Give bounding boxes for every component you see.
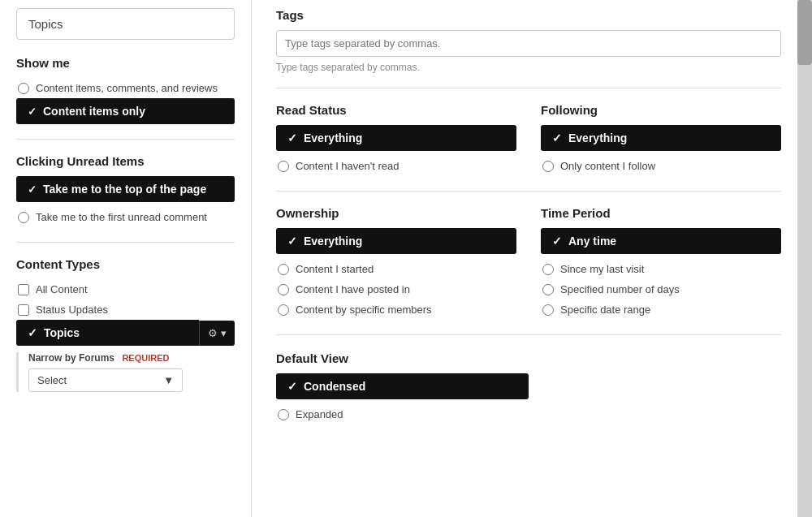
- topics-button[interactable]: ✓ Topics: [16, 320, 199, 346]
- following-only-radio[interactable]: Only content I follow: [541, 156, 781, 176]
- show-me-radio-all[interactable]: Content items, comments, and reviews: [16, 78, 235, 98]
- days-label: Specified number of days: [560, 283, 680, 295]
- time-period-date-range-radio[interactable]: Specific date range: [541, 299, 781, 320]
- show-me-content-only-label: Content items only: [43, 105, 145, 118]
- checkmark-icon: ✓: [287, 380, 297, 393]
- required-badge: REQUIRED: [122, 353, 169, 363]
- following-everything-button[interactable]: ✓ Everything: [541, 125, 781, 151]
- only-follow-label: Only content I follow: [560, 160, 655, 172]
- time-period-days-radio[interactable]: Specified number of days: [541, 279, 781, 299]
- read-status-col: Read Status ✓ Everything Content I haven…: [276, 103, 516, 176]
- time-period-any-time-button[interactable]: ✓ Any time: [541, 228, 781, 254]
- show-me-label-all: Content items, comments, and reviews: [36, 82, 218, 94]
- select-placeholder: Select: [37, 374, 67, 386]
- checkmark-icon: ✓: [28, 106, 37, 118]
- main-content: Tags Type tags separated by commas. Read…: [252, 0, 797, 517]
- expanded-label: Expanded: [296, 408, 343, 420]
- following-heading: Following: [541, 103, 781, 117]
- take-me-first-unread-radio[interactable]: Take me to the first unread comment: [16, 207, 235, 227]
- tags-hint: Type tags separated by commas.: [276, 62, 781, 73]
- take-me-top-label: Take me to the top of the page: [43, 183, 206, 196]
- take-me-top-button[interactable]: ✓ Take me to the top of the page: [16, 176, 235, 202]
- ownership-time-grid: Ownership ✓ Everything Content I started…: [276, 206, 781, 320]
- ownership-started-label: Content I started: [296, 263, 374, 275]
- status-updates-label: Status Updates: [36, 304, 108, 316]
- topics-header: Topics: [16, 8, 235, 40]
- checkmark-icon: ✓: [28, 326, 37, 339]
- read-status-everything-button[interactable]: ✓ Everything: [276, 125, 516, 151]
- checkmark-icon: ✓: [287, 131, 297, 144]
- select-chevron-icon: ▼: [163, 374, 174, 386]
- time-period-last-visit-radio[interactable]: Since my last visit: [541, 259, 781, 279]
- take-me-first-unread-label: Take me to the first unread comment: [36, 211, 207, 223]
- checkmark-icon: ✓: [287, 235, 297, 248]
- ownership-started-radio[interactable]: Content I started: [276, 259, 516, 279]
- checkmark-icon: ✓: [28, 183, 37, 196]
- narrow-forums-label: Narrow by Forums REQUIRED: [28, 352, 235, 364]
- scrollbar-thumb[interactable]: [797, 0, 812, 65]
- read-status-following-grid: Read Status ✓ Everything Content I haven…: [276, 103, 781, 176]
- show-me-section: Show me Content items, comments, and rev…: [16, 56, 235, 124]
- narrow-forums-select[interactable]: Select ▼: [28, 368, 183, 392]
- all-content-checkbox[interactable]: All Content: [16, 279, 235, 299]
- following-everything-label: Everything: [568, 131, 627, 144]
- ownership-specific-label: Content by specific members: [296, 304, 432, 316]
- content-not-read-label: Content I haven't read: [296, 160, 400, 172]
- clicking-unread-heading: Clicking Unread Items: [16, 154, 235, 168]
- narrow-by-forums: Narrow by Forums REQUIRED Select ▼: [16, 352, 235, 392]
- read-status-not-read-radio[interactable]: Content I haven't read: [276, 156, 516, 176]
- scrollbar[interactable]: [797, 0, 812, 517]
- time-period-heading: Time Period: [541, 206, 781, 220]
- divider-2: [16, 242, 235, 243]
- condensed-label: Condensed: [304, 380, 365, 393]
- ownership-specific-radio[interactable]: Content by specific members: [276, 299, 516, 320]
- tags-heading: Tags: [276, 8, 781, 22]
- condensed-button[interactable]: ✓ Condensed: [276, 373, 529, 399]
- main-divider-1: [276, 88, 781, 88]
- all-content-label: All Content: [36, 283, 88, 295]
- time-period-col: Time Period ✓ Any time Since my last vis…: [541, 206, 781, 320]
- show-me-heading: Show me: [16, 56, 235, 70]
- read-status-everything-label: Everything: [304, 131, 362, 144]
- show-me-content-only-button[interactable]: ✓ Content items only: [16, 98, 235, 124]
- topics-label: Topics: [28, 17, 63, 31]
- tags-input[interactable]: [276, 30, 781, 57]
- show-me-option-group: Content items, comments, and reviews ✓ C…: [16, 78, 235, 124]
- gear-icon: ⚙: [208, 327, 218, 339]
- date-range-label: Specific date range: [560, 304, 650, 316]
- topics-gear-button[interactable]: ⚙ ▾: [199, 321, 235, 346]
- divider-1: [16, 139, 235, 140]
- following-col: Following ✓ Everything Only content I fo…: [541, 103, 781, 176]
- read-status-heading: Read Status: [276, 103, 516, 117]
- checkmark-icon: ✓: [552, 235, 562, 248]
- expanded-radio[interactable]: Expanded: [276, 404, 781, 424]
- default-view-heading: Default View: [276, 351, 781, 365]
- checkmark-icon: ✓: [552, 131, 562, 144]
- main-divider-2: [276, 191, 781, 192]
- content-types-section: Content Types All Content Status Updates…: [16, 257, 235, 392]
- topics-item-row: ✓ Topics ⚙ ▾: [16, 320, 235, 346]
- sidebar: Topics Show me Content items, comments, …: [0, 0, 252, 517]
- ownership-posted-radio[interactable]: Content I have posted in: [276, 279, 516, 299]
- topics-button-label: Topics: [44, 326, 80, 339]
- time-period-any-time-label: Any time: [568, 235, 616, 248]
- ownership-everything-label: Everything: [304, 235, 362, 248]
- clicking-unread-section: Clicking Unread Items ✓ Take me to the t…: [16, 154, 235, 227]
- ownership-everything-button[interactable]: ✓ Everything: [276, 228, 516, 254]
- main-divider-3: [276, 334, 781, 335]
- status-updates-checkbox[interactable]: Status Updates: [16, 299, 235, 320]
- ownership-posted-label: Content I have posted in: [296, 283, 410, 295]
- clicking-unread-group: ✓ Take me to the top of the page Take me…: [16, 176, 235, 227]
- tags-section: Tags Type tags separated by commas.: [276, 8, 781, 73]
- chevron-down-icon: ▾: [221, 327, 227, 339]
- ownership-col: Ownership ✓ Everything Content I started…: [276, 206, 516, 320]
- ownership-heading: Ownership: [276, 206, 516, 220]
- content-types-heading: Content Types: [16, 257, 235, 271]
- last-visit-label: Since my last visit: [560, 263, 644, 275]
- default-view-section: Default View ✓ Condensed Expanded: [276, 351, 781, 424]
